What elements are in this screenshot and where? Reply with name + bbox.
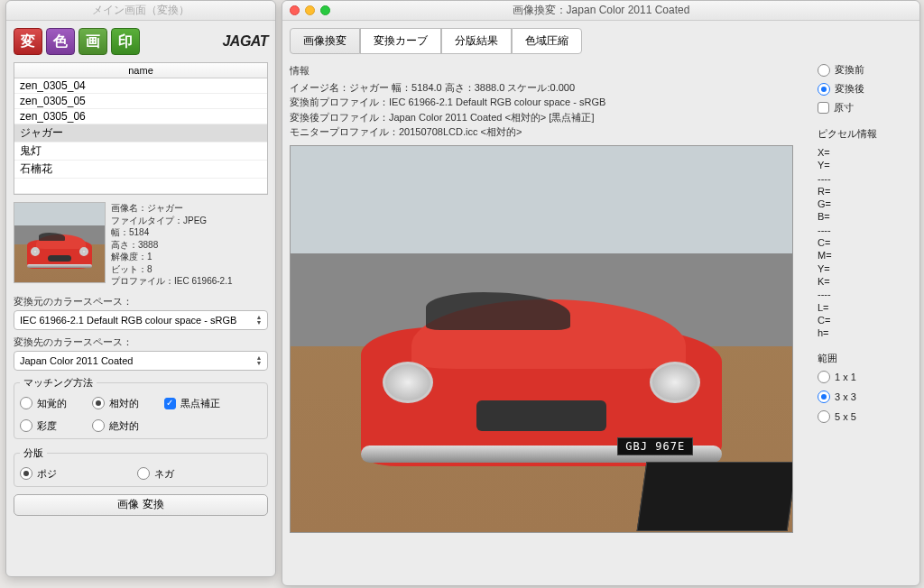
source-colorspace-label: 変換元のカラースペース：: [14, 295, 268, 308]
list-item[interactable]: 鬼灯: [14, 142, 267, 161]
jagat-logo: JAGAT: [222, 33, 268, 50]
thumbnail-preview: [14, 202, 106, 283]
radio-positive[interactable]: [20, 467, 32, 480]
left-window-titlebar: メイン画面（変換）: [6, 1, 275, 21]
tab-convert-curve[interactable]: 変換カーブ: [360, 28, 441, 54]
pixel-info-heading: ピクセル情報: [818, 127, 912, 141]
list-item[interactable]: 石楠花: [14, 161, 267, 179]
radio-after[interactable]: [818, 83, 830, 96]
radio-absolute[interactable]: [92, 419, 105, 432]
tool-print-button[interactable]: 印: [111, 28, 140, 55]
range-group: 範囲 1 x 1 3 x 3 5 x 5: [818, 352, 912, 423]
zoom-icon[interactable]: [320, 5, 330, 15]
close-icon[interactable]: [290, 5, 300, 15]
updown-icon: ▲▼: [253, 312, 265, 328]
updown-icon: ▲▼: [253, 353, 265, 369]
separation-legend: 分版: [20, 446, 47, 460]
image-preview[interactable]: GBJ 967E: [290, 145, 793, 533]
list-item[interactable]: [14, 179, 267, 194]
list-item[interactable]: zen_0305_04: [14, 78, 267, 94]
radio-perceptual[interactable]: [20, 397, 32, 409]
conversion-info: 情報 イメージ名：ジャガー 幅：5184.0 高さ：3888.0 スケール:0.…: [290, 63, 808, 140]
tool-convert-button[interactable]: 変: [14, 28, 42, 55]
tool-color-button[interactable]: 色: [46, 28, 75, 55]
separation-group: 分版 ポジ ネガ: [14, 446, 268, 487]
radio-negative[interactable]: [137, 467, 150, 480]
tab-bar: 画像換変 変換カーブ 分版結果 色域圧縮: [290, 28, 912, 54]
matching-method-group: マッチング方法 知覚的 相対的 黒点補正 彩度 絶対的: [14, 376, 268, 439]
view-mode-group: 変換前 変換後 原寸: [818, 63, 912, 115]
list-item[interactable]: zen_0305_06: [14, 109, 267, 124]
range-heading: 範囲: [818, 352, 912, 365]
left-window-title: メイン画面（変換）: [92, 3, 189, 18]
source-colorspace-select[interactable]: IEC 61966-2.1 Default RGB colour space -…: [14, 310, 268, 330]
minimize-icon[interactable]: [305, 5, 315, 15]
list-item[interactable]: zen_0305_05: [14, 94, 267, 109]
list-item[interactable]: ジャガー: [14, 124, 267, 142]
image-info: 画像名：ジャガー ファイルタイプ：JPEG 幅：5184 高さ：3888 解像度…: [111, 202, 233, 288]
tool-image-button[interactable]: 画: [79, 28, 107, 55]
pixel-info-group: ピクセル情報 X= Y= ---- R= G= B= ---- C= M= Y=…: [818, 127, 912, 339]
tab-image-convert[interactable]: 画像換変: [290, 28, 360, 54]
checkbox-blackpoint[interactable]: [164, 398, 176, 409]
radio-saturation[interactable]: [20, 419, 32, 432]
right-window-title: 画像換変：Japan Color 2011 Coated: [513, 3, 690, 18]
radio-range-1x1[interactable]: [818, 371, 830, 383]
list-header-name: name: [14, 63, 267, 78]
image-list[interactable]: name zen_0305_04 zen_0305_05 zen_0305_06…: [14, 62, 268, 195]
radio-range-3x3[interactable]: [818, 390, 830, 403]
license-plate: GBJ 967E: [617, 437, 693, 455]
matching-legend: マッチング方法: [20, 376, 97, 390]
radio-relative[interactable]: [92, 397, 105, 409]
radio-before[interactable]: [818, 64, 830, 77]
tab-gamut-compression[interactable]: 色域圧縮: [512, 28, 582, 54]
tab-separation-result[interactable]: 分版結果: [441, 28, 512, 54]
dest-colorspace-select[interactable]: Japan Color 2011 Coated ▲▼: [14, 351, 268, 371]
convert-button[interactable]: 画像 変換: [14, 494, 268, 516]
radio-range-5x5[interactable]: [818, 410, 830, 423]
right-window-titlebar: 画像換変：Japan Color 2011 Coated: [282, 1, 919, 21]
checkbox-actual-size[interactable]: [818, 102, 829, 114]
dest-colorspace-label: 変換先のカラースペース：: [14, 335, 268, 349]
